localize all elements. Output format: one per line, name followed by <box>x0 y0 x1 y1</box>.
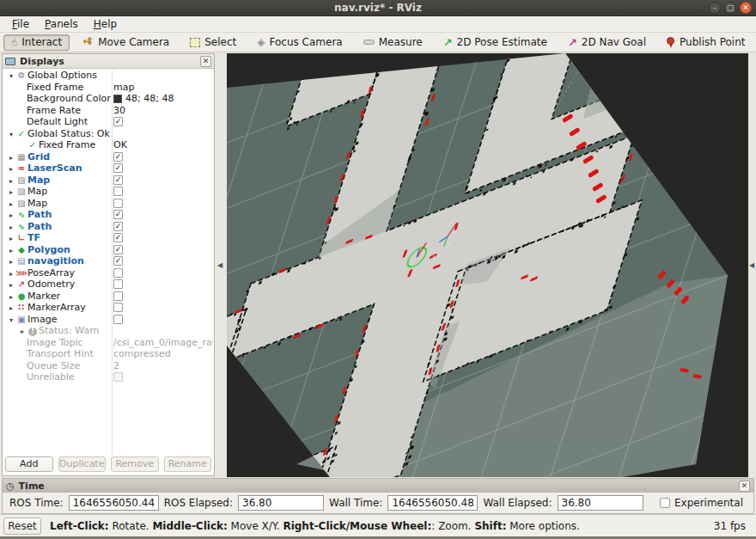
right-panel-splitter[interactable]: ◀ <box>748 52 756 478</box>
tree-row-fixed-frame[interactable]: ✓Fixed FrameOK <box>3 139 213 151</box>
row-checkbox[interactable] <box>113 291 123 301</box>
menu-panels[interactable]: Panels <box>38 17 85 31</box>
tree-row-tf[interactable]: ▸∟TF✓ <box>3 232 213 244</box>
tree-row-path[interactable]: ▸∿Path✓ <box>3 209 213 221</box>
ros-time-input[interactable] <box>69 495 159 511</box>
reset-button[interactable]: Reset <box>3 518 41 535</box>
expander-closed-icon[interactable]: ▸ <box>7 163 15 175</box>
expander-closed-icon[interactable]: ▸ <box>7 291 15 303</box>
row-checkbox[interactable]: ✓ <box>113 210 123 219</box>
displays-panel-close-icon[interactable]: ✕ <box>200 56 211 67</box>
tree-row-image-topic[interactable]: Image Topic/csi_cam_0/image_raw <box>3 337 213 349</box>
expander-open-icon[interactable]: ▾ <box>7 70 15 83</box>
displays-panel-header[interactable]: Displays ✕ <box>3 54 214 69</box>
menu-help[interactable]: Help <box>87 17 124 31</box>
row-checkbox[interactable]: ✓ <box>113 233 123 242</box>
tree-row-image[interactable]: ▾▣Image <box>3 314 213 326</box>
expander-closed-icon[interactable]: ▸ <box>7 222 15 234</box>
tree-row-value[interactable]: 48; 48; 48 <box>125 93 174 105</box>
minimize-button[interactable]: – <box>709 2 721 14</box>
row-checkbox[interactable] <box>113 199 123 208</box>
row-checkbox[interactable]: ✓ <box>113 163 123 173</box>
expander-open-icon[interactable]: ▾ <box>7 129 15 141</box>
wall-time-input[interactable] <box>387 495 478 511</box>
tree-row-queue-size[interactable]: Queue Size2 <box>3 360 213 372</box>
tree-row-default-light[interactable]: Default Light✓ <box>3 116 213 128</box>
expander-closed-icon[interactable]: ▸ <box>7 268 15 280</box>
maximize-button[interactable]: □ <box>724 2 736 14</box>
right-splitter-collapse-icon[interactable]: ◀ <box>749 261 754 269</box>
splitter-collapse-icon[interactable]: ◀ <box>217 261 223 269</box>
expander-closed-icon[interactable]: ▸ <box>7 175 15 187</box>
tree-row-transport-hint[interactable]: Transport Hintcompressed <box>3 348 213 360</box>
time-panel-header[interactable]: ◷ Time ✕ <box>3 479 753 493</box>
time-panel-close-icon[interactable]: ✕ <box>739 481 750 492</box>
tree-row-marker[interactable]: ▸●Marker <box>3 291 213 303</box>
tree-row-markerarray[interactable]: ▸∷MarkerArray <box>3 302 213 314</box>
tree-row-value[interactable]: OK <box>113 139 127 151</box>
tree-row-odometry[interactable]: ▸↗Odometry <box>3 279 213 291</box>
expander-closed-icon[interactable]: ▸ <box>7 245 15 257</box>
expander-closed-icon[interactable]: ▸ <box>7 152 15 164</box>
publish-point-tool-button[interactable]: Publish Point <box>659 34 753 51</box>
row-checkbox[interactable]: ✓ <box>113 222 123 231</box>
tree-row-map[interactable]: ▸▨Map <box>3 198 213 210</box>
tree-row-value[interactable]: map <box>113 82 134 94</box>
row-checkbox[interactable]: ✓ <box>113 152 123 162</box>
tree-row-map[interactable]: ▸▨Map✓ <box>3 175 213 187</box>
tree-row-frame-rate[interactable]: Frame Rate30 <box>3 105 213 117</box>
ros-elapsed-input[interactable] <box>238 495 324 511</box>
tree-row-status-warn[interactable]: ▸!Status: Warn <box>3 325 213 337</box>
row-checkbox[interactable] <box>113 372 123 382</box>
tree-row-posearray[interactable]: ▸⋙PoseArray <box>3 267 213 279</box>
warn-icon: ! <box>27 325 39 337</box>
expander-open-icon[interactable]: ▾ <box>7 315 15 327</box>
row-checkbox[interactable]: ✓ <box>113 117 123 126</box>
select-tool-button[interactable]: Select <box>182 34 244 51</box>
row-checkbox[interactable]: ✓ <box>113 245 123 254</box>
tree-row-fixed-frame[interactable]: Fixed Framemap <box>3 82 213 94</box>
tree-row-laserscan[interactable]: ▸≈LaserScan✓ <box>3 162 213 175</box>
row-checkbox[interactable] <box>113 187 123 196</box>
tree-row-background-color[interactable]: Background Color48; 48; 48 <box>3 93 213 105</box>
add-display-button[interactable]: Add <box>5 456 53 472</box>
interact-tool-button[interactable]: ☝Interact <box>3 34 70 51</box>
tree-row-navagition[interactable]: ▸▤navagition✓ <box>3 255 213 267</box>
expander-closed-icon[interactable]: ▸ <box>7 256 15 268</box>
expander-closed-icon[interactable]: ▸ <box>18 326 27 338</box>
panel-splitter[interactable]: ◀ <box>215 52 227 478</box>
tree-row-path[interactable]: ▸∿Path✓ <box>3 221 213 233</box>
wall-elapsed-input[interactable] <box>558 495 643 511</box>
pose-estimate-tool-button[interactable]: ↗2D Pose Estimate <box>436 34 555 51</box>
row-checkbox[interactable]: ✓ <box>113 175 123 185</box>
expander-closed-icon[interactable]: ▸ <box>7 199 15 211</box>
tree-row-unreliable[interactable]: Unreliable <box>3 371 213 383</box>
move-camera-tool-button[interactable]: ↔↕Move Camera <box>75 34 177 51</box>
row-checkbox[interactable] <box>113 315 123 324</box>
tree-row-global-status-ok[interactable]: ▾✓Global Status: Ok <box>3 128 213 140</box>
clock-icon: ◷ <box>6 481 15 492</box>
menu-file[interactable]: File <box>5 17 36 31</box>
tree-row-value[interactable]: 30 <box>113 105 125 117</box>
expander-closed-icon[interactable]: ▸ <box>7 187 15 199</box>
row-checkbox[interactable] <box>113 268 123 278</box>
tree-row-map[interactable]: ▸▨Map <box>3 186 213 198</box>
row-checkbox[interactable] <box>113 279 123 289</box>
expander-closed-icon[interactable]: ▸ <box>7 279 15 291</box>
row-checkbox[interactable] <box>113 303 123 312</box>
tree-row-grid[interactable]: ▸▦Grid✓ <box>3 151 213 163</box>
row-checkbox[interactable]: ✓ <box>113 256 123 266</box>
measure-tool-button[interactable]: Measure <box>356 34 430 51</box>
nav-goal-tool-button[interactable]: ↗2D Nav Goal <box>560 34 654 51</box>
titlebar[interactable]: nav.rviz* - RViz – □ ✕ <box>0 0 756 16</box>
expander-closed-icon[interactable]: ▸ <box>7 210 15 222</box>
tree-row-polygon[interactable]: ▸◆Polygon✓ <box>3 244 213 256</box>
experimental-checkbox[interactable] <box>660 498 670 508</box>
expander-closed-icon[interactable]: ▸ <box>7 233 15 245</box>
3d-viewport[interactable] <box>227 53 748 477</box>
focus-camera-tool-button[interactable]: ◈Focus Camera <box>249 34 350 51</box>
expander-closed-icon[interactable]: ▸ <box>7 303 15 315</box>
posearray-icon: ⋙ <box>15 267 27 279</box>
tree-row-global-options[interactable]: ▾⚙Global Options <box>3 70 213 82</box>
close-button[interactable]: ✕ <box>740 2 752 14</box>
